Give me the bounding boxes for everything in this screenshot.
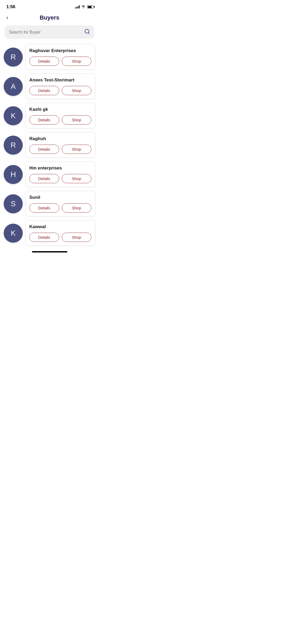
- buyer-name: Kashi gk: [29, 107, 91, 112]
- buyer-item: K Kawwal Details Shop: [4, 220, 95, 246]
- buyer-name: Sunil: [29, 195, 91, 200]
- svg-line-1: [88, 33, 89, 34]
- buyer-name: Kawwal: [29, 224, 91, 229]
- signal-icon: [75, 5, 80, 8]
- buyer-name: Raghuh: [29, 136, 91, 141]
- buyer-actions: Details Shop: [29, 86, 91, 95]
- buyer-card: Raghuh Details Shop: [25, 132, 95, 158]
- buyer-actions: Details Shop: [29, 233, 91, 242]
- buyer-item: A Anees Test-Storimart Details Shop: [4, 73, 95, 99]
- details-button[interactable]: Details: [29, 233, 59, 242]
- buyer-card: Kawwal Details Shop: [25, 220, 95, 246]
- header: ‹ Buyers: [0, 12, 99, 25]
- buyer-card: Anees Test-Storimart Details Shop: [25, 73, 95, 99]
- buyer-card: Kashi gk Details Shop: [25, 103, 95, 128]
- shop-button[interactable]: Shop: [62, 145, 92, 154]
- avatar: S: [4, 194, 23, 213]
- buyer-actions: Details Shop: [29, 174, 91, 183]
- back-button[interactable]: ‹: [5, 13, 9, 22]
- buyer-item: R Raghuh Details Shop: [4, 132, 95, 158]
- details-button[interactable]: Details: [29, 174, 59, 183]
- shop-button[interactable]: Shop: [62, 233, 92, 242]
- avatar: R: [4, 136, 23, 155]
- shop-button[interactable]: Shop: [62, 203, 92, 213]
- avatar: K: [4, 224, 23, 243]
- page-title: Buyers: [40, 14, 59, 21]
- details-button[interactable]: Details: [29, 145, 59, 154]
- back-icon: ‹: [6, 14, 8, 21]
- details-button[interactable]: Details: [29, 57, 59, 66]
- buyer-name: Hm enterprises: [29, 165, 91, 171]
- buyer-actions: Details Shop: [29, 203, 91, 213]
- details-button[interactable]: Details: [29, 115, 59, 125]
- buyer-item: S Sunil Details Shop: [4, 191, 95, 217]
- buyer-actions: Details Shop: [29, 57, 91, 66]
- shop-button[interactable]: Shop: [62, 174, 92, 183]
- details-button[interactable]: Details: [29, 203, 59, 213]
- status-time: 1:56: [6, 4, 15, 10]
- buyer-card: Hm enterprises Details Shop: [25, 162, 95, 187]
- buyer-actions: Details Shop: [29, 115, 91, 125]
- buyer-name: Anees Test-Storimart: [29, 77, 91, 83]
- search-container: [0, 25, 99, 44]
- home-bar: [32, 251, 67, 252]
- search-input[interactable]: [9, 30, 82, 35]
- search-icon: [84, 29, 90, 36]
- buyer-item: K Kashi gk Details Shop: [4, 103, 95, 128]
- battery-icon: [87, 5, 94, 8]
- shop-button[interactable]: Shop: [62, 115, 92, 125]
- search-bar: [5, 25, 94, 39]
- buyer-item: R Raghuvar Enterprises Details Shop: [4, 44, 95, 70]
- wifi-icon: [81, 5, 86, 8]
- avatar: K: [4, 106, 23, 125]
- shop-button[interactable]: Shop: [62, 86, 92, 95]
- shop-button[interactable]: Shop: [62, 57, 92, 66]
- buyer-actions: Details Shop: [29, 145, 91, 154]
- buyer-name: Raghuvar Enterprises: [29, 48, 91, 53]
- buyer-card: Raghuvar Enterprises Details Shop: [25, 44, 95, 70]
- avatar: A: [4, 77, 23, 96]
- details-button[interactable]: Details: [29, 86, 59, 95]
- avatar: R: [4, 48, 23, 67]
- status-icons: [75, 5, 94, 8]
- buyer-list: R Raghuvar Enterprises Details Shop A An…: [0, 44, 99, 246]
- status-bar: 1:56: [0, 0, 99, 12]
- avatar: H: [4, 165, 23, 184]
- home-indicator: [0, 246, 99, 255]
- buyer-card: Sunil Details Shop: [25, 191, 95, 217]
- buyer-item: H Hm enterprises Details Shop: [4, 162, 95, 187]
